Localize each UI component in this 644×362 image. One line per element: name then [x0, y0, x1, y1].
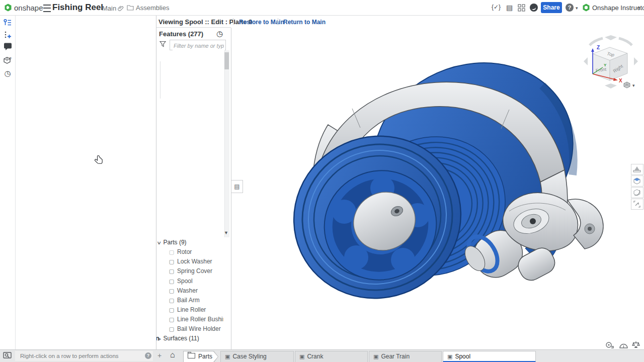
- apps-icon[interactable]: [518, 4, 525, 12]
- part-icon: [168, 296, 175, 305]
- viewing-title: Viewing Spool :: Edit : Plane 9: [158, 18, 252, 26]
- menu-icon[interactable]: [43, 5, 51, 12]
- part-studio-icon: [225, 351, 230, 362]
- comments-panel-button[interactable]: [2, 43, 13, 54]
- help-icon[interactable]: ?: [566, 4, 574, 12]
- folder-icon: [127, 5, 134, 11]
- tab-crank[interactable]: Crank: [295, 351, 368, 362]
- section-view-icon: [633, 166, 641, 173]
- tape-measure-icon[interactable]: [605, 341, 614, 349]
- cube-arrow-up[interactable]: [605, 35, 617, 40]
- named-views-icon: [633, 177, 641, 185]
- tab-parts-outer[interactable]: Parts: [183, 351, 218, 362]
- divider: [233, 18, 233, 25]
- create-version-icon: [3, 31, 12, 40]
- breadcrumb-folder[interactable]: Assemblies: [136, 4, 169, 12]
- cube-rotate-right-arrow[interactable]: [619, 38, 632, 45]
- tree-group-parts[interactable]: Parts (9): [156, 238, 223, 247]
- view-cube-menu-icon: [623, 81, 631, 89]
- feature-tree: Default geometry Origin Top Front Right …: [156, 50, 231, 237]
- brand-text[interactable]: onshape: [14, 4, 43, 12]
- cube-question-icon: ?: [3, 56, 12, 65]
- cube-arrow-down[interactable]: [605, 83, 617, 88]
- divider: [156, 27, 231, 28]
- part-icon: [168, 324, 175, 334]
- zoom-window-button[interactable]: [631, 199, 643, 210]
- tree-guide-line: [160, 61, 160, 99]
- part-item[interactable]: Bail Wire Holder: [156, 324, 223, 334]
- part-item[interactable]: Bail Arm: [156, 296, 223, 305]
- onshape-logo-icon[interactable]: [4, 4, 12, 12]
- part-studio-icon: [447, 351, 452, 362]
- featurescript-icon[interactable]: {✓}: [492, 4, 501, 11]
- part-studio-icon: [373, 351, 378, 362]
- part-item[interactable]: Washer: [156, 286, 223, 296]
- view-options-caret-icon: ▾: [632, 83, 635, 88]
- rotate-view-button[interactable]: [631, 187, 643, 198]
- mass-properties-icon[interactable]: [632, 341, 640, 349]
- cursor-hand: [95, 155, 104, 165]
- bottom-bar: Right-click on a row to perform actions …: [0, 349, 644, 362]
- scrollbar-track[interactable]: [224, 50, 229, 237]
- tab-gear-train[interactable]: Gear Train: [369, 351, 442, 362]
- part-item[interactable]: Spool: [156, 277, 223, 286]
- part-icon: [168, 315, 175, 324]
- filter-input[interactable]: [173, 41, 225, 50]
- svg-text:?: ?: [9, 56, 12, 61]
- part-icon: [168, 247, 175, 257]
- chevron-down-icon: [156, 238, 162, 247]
- tree-group-surfaces[interactable]: Surfaces (11): [156, 334, 223, 343]
- comment-icon: [4, 43, 12, 51]
- workspace-name[interactable]: Main: [102, 5, 116, 12]
- part-item[interactable]: Line Roller Bushing: [156, 315, 223, 324]
- help-caret-icon[interactable]: ▾: [576, 6, 578, 11]
- notes-icon[interactable]: ▤: [506, 4, 513, 12]
- x-axis-label: X: [619, 78, 622, 83]
- left-panel-strip: ? ◷: [0, 15, 16, 349]
- tab-parts[interactable]: Parts: [184, 351, 218, 362]
- versions-history-icon: [3, 18, 12, 27]
- cube-arrow-left[interactable]: [584, 57, 588, 65]
- part-item[interactable]: Rotor: [156, 247, 223, 257]
- home-tab-button[interactable]: ⌂: [170, 350, 175, 359]
- top-bar: onshape Fishing Reel Main Assemblies {✓}…: [0, 0, 644, 16]
- part-item[interactable]: Spring Cover: [156, 266, 223, 276]
- chevron-right-icon: [156, 337, 164, 342]
- part-item[interactable]: Line Roller: [156, 305, 223, 315]
- section-view-button[interactable]: [631, 164, 643, 175]
- org-logo-icon: [582, 4, 590, 12]
- return-to-main-link[interactable]: Return to Main: [283, 19, 326, 26]
- link-icon[interactable]: [117, 5, 124, 11]
- add-tab-button[interactable]: +: [157, 351, 162, 359]
- part-icon: [168, 266, 175, 276]
- divider: [278, 18, 278, 25]
- cube-rotate-left-arrow[interactable]: [590, 38, 603, 45]
- part-icon: [168, 286, 175, 296]
- create-version-button[interactable]: [2, 31, 13, 42]
- tab-case-styling[interactable]: Case Styling: [220, 351, 294, 362]
- parts-help-panel-button[interactable]: ?: [2, 56, 13, 67]
- scroll-down-icon[interactable]: ▼: [224, 230, 228, 235]
- filter-icon[interactable]: [159, 41, 166, 47]
- account-caret-icon[interactable]: ▾: [638, 6, 640, 11]
- part-icon: [168, 257, 175, 266]
- share-button[interactable]: Share: [541, 2, 562, 13]
- scrollbar-thumb[interactable]: [224, 52, 229, 69]
- screen-lookup-icon[interactable]: [3, 352, 13, 360]
- status-help-icon[interactable]: ?: [145, 352, 151, 359]
- part-item[interactable]: Lock Washer: [156, 257, 223, 266]
- rollback-clock-icon[interactable]: ◷: [216, 29, 223, 38]
- versions-history-panel-button[interactable]: [2, 18, 13, 29]
- status-message: Right-click on a row to perform actions …: [15, 351, 153, 361]
- features-title: Features (277): [159, 30, 203, 38]
- model-canvas[interactable]: [236, 30, 609, 342]
- cube-arrow-right[interactable]: [634, 57, 638, 65]
- tab-spool[interactable]: Spool: [443, 351, 536, 362]
- protractor-icon[interactable]: [619, 342, 628, 348]
- globe-icon[interactable]: [530, 4, 538, 12]
- view-options-button[interactable]: ▾: [623, 81, 631, 91]
- named-views-button[interactable]: [631, 175, 643, 187]
- history-clock-panel-button[interactable]: ◷: [2, 69, 13, 80]
- account-menu[interactable]: Onshape Instructor: [592, 4, 644, 12]
- zoom-window-icon: [633, 200, 641, 208]
